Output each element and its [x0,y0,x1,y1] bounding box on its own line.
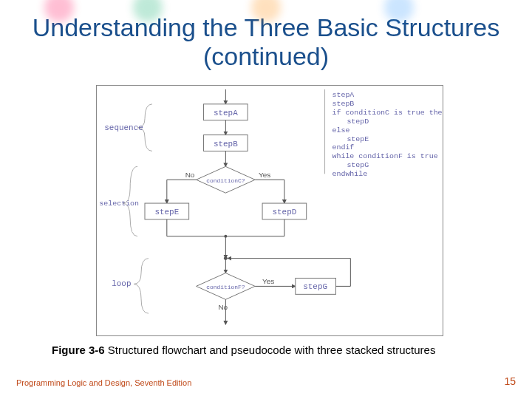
figure-label: Figure 3-6 [52,344,108,356]
edge-no-1: No [185,171,195,179]
step-g-text: stepG [303,282,327,291]
svg-text:stepB: stepB [332,100,355,108]
label-sequence: sequence [104,123,143,132]
svg-text:stepE: stepE [347,135,369,143]
label-selection: selection [99,200,139,208]
step-e-text: stepE [154,208,179,216]
label-loop: loop [112,279,131,288]
svg-text:stepD: stepD [347,117,369,126]
footer-book-title: Programming Logic and Design, Seventh Ed… [16,378,191,387]
page-number: 15 [504,375,516,387]
pseudocode-block: stepA stepB if conditionC is true then s… [332,91,443,178]
step-a-text: stepA [214,109,238,117]
svg-text:else: else [332,126,350,134]
figure-caption-text: Structured flowchart and pseudocode with… [108,344,436,356]
edge-no-2: No [218,303,228,311]
conditionF-text: conditionF? [206,284,245,290]
svg-text:stepG: stepG [347,161,369,169]
step-d-text: stepD [272,208,296,216]
edge-yes-2: Yes [262,277,274,285]
conditionC-text: conditionC? [206,177,245,184]
step-b-text: stepB [214,140,238,149]
svg-text:endif: endif [332,143,355,151]
edge-yes-1: Yes [259,171,270,179]
svg-text:while conditionF is true: while conditionF is true [332,152,438,160]
figure-container: stepA stepB sequence conditionC? No step… [96,85,443,336]
svg-text:stepA: stepA [332,91,355,99]
figure-caption: Figure 3-6 Structured flowchart and pseu… [52,344,495,356]
svg-text:if conditionC is true then: if conditionC is true then [332,109,443,117]
svg-text:endwhile: endwhile [332,170,368,178]
